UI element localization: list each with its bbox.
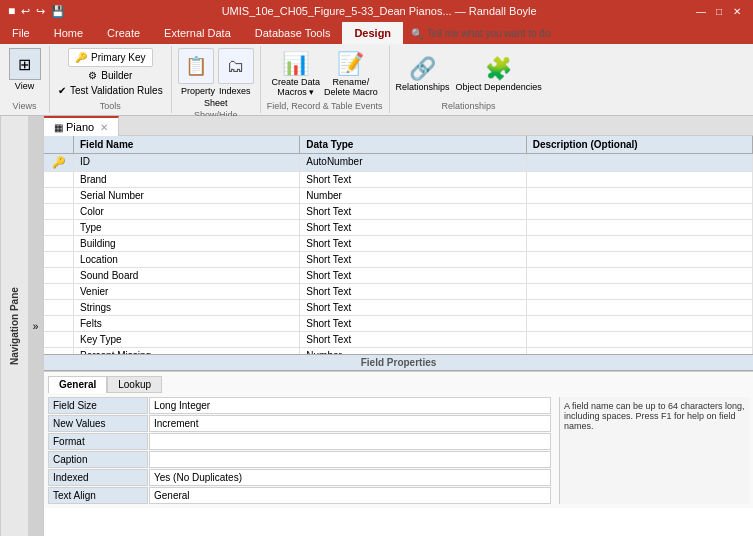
data-type-cell[interactable]: Short Text xyxy=(300,172,526,187)
field-name-cell[interactable]: Venier xyxy=(74,284,300,299)
indexes-button[interactable]: 🗂 xyxy=(218,48,254,84)
relationships-button[interactable]: 🔗 Relationships xyxy=(396,56,450,92)
test-icon: ✔ xyxy=(58,85,66,96)
property-sheet-button[interactable]: 📋 xyxy=(178,48,214,84)
nav-pane-arrow[interactable]: » xyxy=(28,116,44,536)
tab-database-tools[interactable]: Database Tools xyxy=(243,22,343,44)
field-name-cell[interactable]: Sound Board xyxy=(74,268,300,283)
prop-value[interactable]: Long Integer xyxy=(149,397,551,414)
description-cell[interactable] xyxy=(527,300,753,315)
field-name-cell[interactable]: Location xyxy=(74,252,300,267)
primary-key-label: Primary Key xyxy=(91,52,145,63)
field-name-cell[interactable]: Color xyxy=(74,204,300,219)
description-cell[interactable] xyxy=(527,220,753,235)
data-type-cell[interactable]: Short Text xyxy=(300,316,526,331)
description-cell[interactable] xyxy=(527,172,753,187)
field-name-cell[interactable]: Serial Number xyxy=(74,188,300,203)
view-label: View xyxy=(15,81,34,91)
undo-btn[interactable]: ↩ xyxy=(21,5,30,18)
prop-value[interactable] xyxy=(149,433,551,450)
close-btn[interactable]: ✕ xyxy=(729,4,745,18)
field-name-cell[interactable]: Felts xyxy=(74,316,300,331)
field-name-cell[interactable]: Brand xyxy=(74,172,300,187)
views-group: ⊞ View Views xyxy=(0,46,50,113)
data-type-cell[interactable]: AutoNumber xyxy=(300,154,526,171)
prop-value[interactable] xyxy=(149,451,551,468)
table-header: Field Name Data Type Description (Option… xyxy=(44,136,753,154)
piano-tab[interactable]: ▦ Piano ✕ xyxy=(44,116,119,136)
general-tab[interactable]: General xyxy=(48,376,107,393)
builder-button[interactable]: ⚙ Builder xyxy=(86,69,134,82)
create-data-macros-button[interactable]: 📊 Create Data Macros ▾ xyxy=(272,51,321,97)
table-row[interactable]: 🔑IDAutoNumber xyxy=(44,154,753,172)
prop-value[interactable]: Increment xyxy=(149,415,551,432)
ribbon-tabs: File Home Create External Data Database … xyxy=(0,22,753,44)
prop-value[interactable]: Yes (No Duplicates) xyxy=(149,469,551,486)
redo-btn[interactable]: ↪ xyxy=(36,5,45,18)
field-name-cell[interactable]: Type xyxy=(74,220,300,235)
delete-label: Delete Macro xyxy=(324,87,378,97)
data-type-cell[interactable]: Short Text xyxy=(300,300,526,315)
table-row[interactable]: StringsShort Text xyxy=(44,300,753,316)
table-row[interactable]: Sound BoardShort Text xyxy=(44,268,753,284)
close-tab-btn[interactable]: ✕ xyxy=(100,122,108,133)
description-cell[interactable] xyxy=(527,154,753,171)
field-name-cell[interactable]: ID xyxy=(74,154,300,171)
table-row[interactable]: TypeShort Text xyxy=(44,220,753,236)
object-dependencies-button[interactable]: 🧩 Object Dependencies xyxy=(456,56,542,92)
table-row[interactable]: BrandShort Text xyxy=(44,172,753,188)
rename-icon: 📝 xyxy=(337,51,364,77)
field-record-group: 📊 Create Data Macros ▾ 📝 Rename/ Delete … xyxy=(261,46,390,113)
table-row[interactable]: ColorShort Text xyxy=(44,204,753,220)
description-cell[interactable] xyxy=(527,268,753,283)
view-button[interactable]: ⊞ xyxy=(9,48,41,80)
data-type-cell[interactable]: Short Text xyxy=(300,204,526,219)
tab-create[interactable]: Create xyxy=(95,22,152,44)
tab-file[interactable]: File xyxy=(0,22,42,44)
data-type-cell[interactable]: Number xyxy=(300,188,526,203)
prop-key: New Values xyxy=(48,415,148,432)
description-cell[interactable] xyxy=(527,204,753,219)
description-cell[interactable] xyxy=(527,188,753,203)
description-cell[interactable] xyxy=(527,316,753,331)
field-properties: General Lookup Field SizeLong IntegerNew… xyxy=(44,371,753,508)
field-name-cell[interactable]: Key Type xyxy=(74,332,300,347)
property-label: Property xyxy=(181,86,215,96)
table-row[interactable]: Serial NumberNumber xyxy=(44,188,753,204)
rename-delete-macro-button[interactable]: 📝 Rename/ Delete Macro xyxy=(324,51,378,97)
data-type-cell[interactable]: Short Text xyxy=(300,268,526,283)
table-row[interactable]: BuildingShort Text xyxy=(44,236,753,252)
table-row[interactable]: FeltsShort Text xyxy=(44,316,753,332)
data-type-cell[interactable]: Short Text xyxy=(300,332,526,347)
data-type-cell[interactable]: Short Text xyxy=(300,252,526,267)
row-icon xyxy=(44,316,74,331)
description-cell[interactable] xyxy=(527,236,753,251)
description-cell[interactable] xyxy=(527,252,753,267)
create-data-label: Create Data xyxy=(272,77,321,87)
help-section: A field name can be up to 64 characters … xyxy=(559,397,749,504)
tab-design[interactable]: Design xyxy=(342,22,403,44)
data-type-cell[interactable]: Short Text xyxy=(300,220,526,235)
maximize-btn[interactable]: □ xyxy=(711,4,727,18)
prop-key: Format xyxy=(48,433,148,450)
description-cell[interactable] xyxy=(527,332,753,347)
data-type-cell[interactable]: Short Text xyxy=(300,236,526,251)
test-validation-button[interactable]: ✔ Test Validation Rules xyxy=(56,84,165,97)
field-name-cell[interactable]: Building xyxy=(74,236,300,251)
table-row[interactable]: Key TypeShort Text xyxy=(44,332,753,348)
table-row[interactable]: VenierShort Text xyxy=(44,284,753,300)
field-name-cell[interactable]: Strings xyxy=(74,300,300,315)
minimize-btn[interactable]: — xyxy=(693,4,709,18)
description-cell[interactable] xyxy=(527,284,753,299)
lookup-tab[interactable]: Lookup xyxy=(107,376,162,393)
prop-value[interactable]: General xyxy=(149,487,551,504)
save-btn[interactable]: 💾 xyxy=(51,5,65,18)
data-type-cell[interactable]: Short Text xyxy=(300,284,526,299)
tab-external-data[interactable]: External Data xyxy=(152,22,243,44)
row-icon xyxy=(44,188,74,203)
test-label: Test Validation Rules xyxy=(70,85,163,96)
tab-home[interactable]: Home xyxy=(42,22,95,44)
col-description: Description (Optional) xyxy=(527,136,753,153)
primary-key-button[interactable]: 🔑 Primary Key xyxy=(68,48,152,67)
table-row[interactable]: LocationShort Text xyxy=(44,252,753,268)
